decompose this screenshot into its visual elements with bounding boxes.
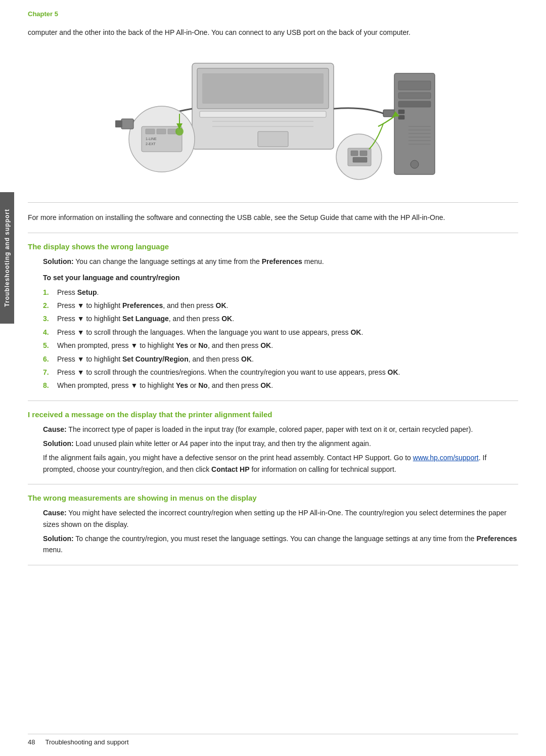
section-heading-2: I received a message on the display that… xyxy=(28,410,518,419)
step-8: 8. When prompted, press ▼ to highlight Y… xyxy=(43,380,518,391)
svg-rect-21 xyxy=(398,81,431,90)
section-heading-1: The display shows the wrong language xyxy=(28,242,518,251)
section-wrong-measurements: The wrong measurements are showing in me… xyxy=(28,494,518,556)
svg-rect-12 xyxy=(146,129,155,134)
footer-label: Troubleshooting and support xyxy=(45,738,128,746)
svg-text:1-LINE: 1-LINE xyxy=(146,137,157,141)
footer: 48 Troubleshooting and support xyxy=(28,734,518,746)
svg-rect-25 xyxy=(398,115,404,119)
image-area: 1-LINE 2-EXT xyxy=(28,48,518,190)
cause-label-3: Cause: xyxy=(43,509,67,517)
step-num-2: 2. xyxy=(43,300,57,311)
solution-end-3: menu. xyxy=(43,546,63,554)
section-alignment-failed: I received a message on the display that… xyxy=(28,410,518,475)
info-text: For more information on installing the s… xyxy=(28,212,518,223)
preferences-bold-3: Preferences xyxy=(476,535,517,543)
svg-rect-38 xyxy=(353,157,367,162)
cause-para-2: Cause: The incorrect type of paper is lo… xyxy=(28,424,518,435)
footer-page-number: 48 xyxy=(28,738,35,746)
svg-text:2-EXT: 2-EXT xyxy=(146,142,156,146)
svg-rect-2 xyxy=(202,73,324,104)
svg-point-26 xyxy=(411,160,419,168)
extra-para-2: If the alignment fails again, you might … xyxy=(28,452,518,475)
step-num-1: 1. xyxy=(43,287,57,298)
divider-3 xyxy=(28,401,518,401)
step-num-4: 4. xyxy=(43,327,57,338)
svg-rect-23 xyxy=(398,101,431,107)
divider-5 xyxy=(28,565,518,565)
step-num-7: 7. xyxy=(43,367,57,378)
cause-text-3: You might have selected the incorrect co… xyxy=(43,509,507,528)
svg-rect-36 xyxy=(351,151,358,156)
step-2: 2. Press ▼ to highlight Preferences, and… xyxy=(43,300,518,311)
solution-text-1: You can change the language settings at … xyxy=(75,257,261,265)
svg-rect-6 xyxy=(258,131,288,147)
section-display-language: The display shows the wrong language Sol… xyxy=(28,242,518,391)
svg-rect-18 xyxy=(121,119,133,129)
solution-label-1: Solution: xyxy=(43,257,74,265)
step-num-8: 8. xyxy=(43,380,57,391)
solution-para-1: Solution: You can change the language se… xyxy=(28,256,518,267)
divider-2 xyxy=(28,233,518,233)
step-7: 7. Press ▼ to scroll through the countri… xyxy=(43,367,518,378)
step-6: 6. Press ▼ to highlight Set Country/Regi… xyxy=(43,353,518,365)
sub-heading-lang: To set your language and country/region xyxy=(28,272,518,283)
divider-1 xyxy=(28,202,518,203)
step-5: 5. When prompted, press ▼ to highlight Y… xyxy=(43,340,518,351)
step-content-5: When prompted, press ▼ to highlight Yes … xyxy=(57,340,518,351)
divider-4 xyxy=(28,484,518,484)
cause-label-2: Cause: xyxy=(43,425,67,433)
step-content-3: Press ▼ to highlight Set Language, and t… xyxy=(57,313,518,324)
solution-label-2: Solution: xyxy=(43,439,74,448)
cause-text-2: The incorrect type of paper is loaded in… xyxy=(68,425,473,433)
solution-text-3: To change the country/region, you must r… xyxy=(75,535,476,543)
step-content-8: When prompted, press ▼ to highlight Yes … xyxy=(57,380,518,391)
sidebar-label: Troubleshooting and support xyxy=(4,209,11,307)
solution-label-3: Solution: xyxy=(43,535,74,543)
svg-rect-19 xyxy=(115,120,122,127)
cause-para-3: Cause: You might have selected the incor… xyxy=(28,507,518,530)
svg-point-17 xyxy=(175,127,184,136)
chapter-heading: Chapter 5 xyxy=(28,10,518,18)
svg-rect-3 xyxy=(200,111,326,117)
steps-list-1: 1. Press Setup. 2. Press ▼ to highlight … xyxy=(28,287,518,391)
svg-rect-24 xyxy=(398,110,404,114)
solution-end-1: menu. xyxy=(304,257,324,265)
main-content: Chapter 5 computer and the other into th… xyxy=(28,0,518,565)
step-content-1: Press Setup. xyxy=(57,287,518,298)
solution-para-2: Solution: Load unused plain white letter… xyxy=(28,438,518,449)
step-content-6: Press ▼ to highlight Set Country/Region,… xyxy=(57,353,518,365)
step-num-3: 3. xyxy=(43,313,57,324)
page-container: Troubleshooting and support Chapter 5 co… xyxy=(0,0,546,756)
hardware-illustration: 1-LINE 2-EXT xyxy=(101,48,445,190)
step-4: 4. Press ▼ to scroll through the languag… xyxy=(43,327,518,338)
svg-rect-37 xyxy=(360,151,367,156)
solution-para-3: Solution: To change the country/region, … xyxy=(28,533,518,556)
section-heading-3: The wrong measurements are showing in me… xyxy=(28,494,518,502)
svg-rect-13 xyxy=(157,129,166,134)
step-3: 3. Press ▼ to highlight Set Language, an… xyxy=(43,313,518,324)
step-1: 1. Press Setup. xyxy=(43,287,518,298)
step-content-4: Press ▼ to scroll through the languages.… xyxy=(57,327,518,338)
hp-support-link[interactable]: www.hp.com/support xyxy=(413,454,479,462)
step-num-6: 6. xyxy=(43,353,57,365)
step-content-7: Press ▼ to scroll through the countries/… xyxy=(57,367,518,378)
sidebar-tab: Troubleshooting and support xyxy=(0,192,14,324)
step-num-5: 5. xyxy=(43,340,57,351)
intro-text: computer and the other into the back of … xyxy=(28,27,518,38)
sub-heading-text: To set your language and country/region xyxy=(43,274,179,282)
svg-rect-22 xyxy=(398,93,431,99)
preferences-bold-1: Preferences xyxy=(262,257,302,265)
step-content-2: Press ▼ to highlight Preferences, and th… xyxy=(57,300,518,311)
solution-text-2: Load unused plain white letter or A4 pap… xyxy=(76,439,371,448)
